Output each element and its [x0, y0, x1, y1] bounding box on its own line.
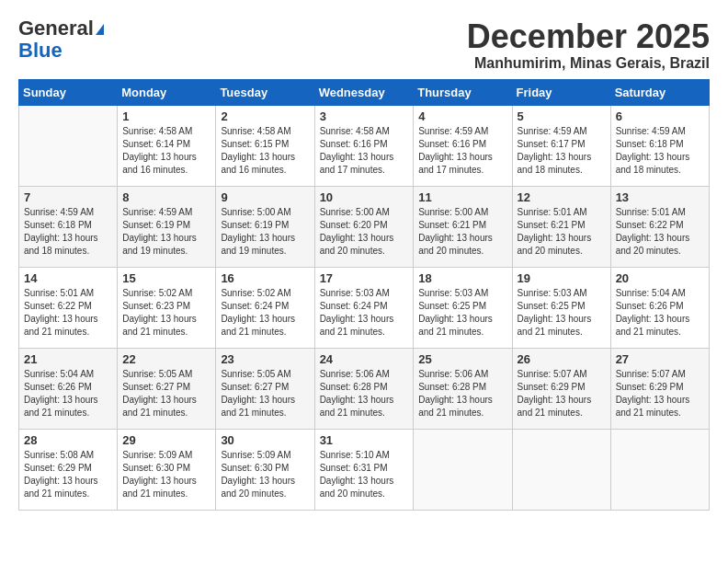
calendar-cell: 30Sunrise: 5:09 AM Sunset: 6:30 PM Dayli…	[216, 429, 314, 510]
calendar-cell: 16Sunrise: 5:02 AM Sunset: 6:24 PM Dayli…	[216, 267, 314, 348]
day-number: 8	[122, 190, 210, 204]
calendar-row-4: 28Sunrise: 5:08 AM Sunset: 6:29 PM Dayli…	[19, 429, 710, 510]
calendar-cell: 27Sunrise: 5:07 AM Sunset: 6:29 PM Dayli…	[610, 348, 709, 429]
calendar-cell: 13Sunrise: 5:01 AM Sunset: 6:22 PM Dayli…	[610, 186, 709, 267]
logo: General Blue	[18, 18, 104, 63]
day-number: 3	[320, 109, 409, 123]
calendar-cell: 5Sunrise: 4:59 AM Sunset: 6:17 PM Daylig…	[512, 105, 610, 186]
header-cell-friday: Friday	[512, 79, 610, 105]
day-number: 10	[320, 190, 409, 204]
calendar-cell: 24Sunrise: 5:06 AM Sunset: 6:28 PM Dayli…	[314, 348, 414, 429]
calendar-body: 1Sunrise: 4:58 AM Sunset: 6:14 PM Daylig…	[19, 105, 710, 510]
day-info: Sunrise: 4:59 AM Sunset: 6:18 PM Dayligh…	[24, 206, 112, 258]
day-number: 2	[221, 109, 309, 123]
day-number: 9	[221, 190, 309, 204]
day-number: 22	[122, 352, 210, 366]
day-number: 18	[418, 271, 506, 285]
header-cell-wednesday: Wednesday	[314, 79, 414, 105]
header-row: SundayMondayTuesdayWednesdayThursdayFrid…	[19, 79, 710, 105]
calendar-cell: 31Sunrise: 5:10 AM Sunset: 6:31 PM Dayli…	[314, 429, 414, 510]
day-info: Sunrise: 5:09 AM Sunset: 6:30 PM Dayligh…	[221, 449, 309, 500]
calendar-cell: 19Sunrise: 5:03 AM Sunset: 6:25 PM Dayli…	[512, 267, 610, 348]
calendar-cell	[512, 429, 610, 510]
header-cell-thursday: Thursday	[414, 79, 512, 105]
day-info: Sunrise: 5:01 AM Sunset: 6:21 PM Dayligh…	[518, 206, 606, 258]
day-info: Sunrise: 5:03 AM Sunset: 6:24 PM Dayligh…	[320, 287, 409, 339]
day-info: Sunrise: 4:59 AM Sunset: 6:19 PM Dayligh…	[122, 206, 210, 258]
location-title: Manhumirim, Minas Gerais, Brazil	[467, 55, 710, 72]
day-info: Sunrise: 4:58 AM Sunset: 6:15 PM Dayligh…	[221, 125, 309, 177]
calendar-cell	[414, 429, 512, 510]
day-info: Sunrise: 5:10 AM Sunset: 6:31 PM Dayligh…	[320, 449, 409, 500]
day-number: 1	[122, 109, 210, 123]
day-info: Sunrise: 5:00 AM Sunset: 6:19 PM Dayligh…	[221, 206, 309, 258]
calendar-cell: 7Sunrise: 4:59 AM Sunset: 6:18 PM Daylig…	[19, 186, 118, 267]
day-info: Sunrise: 5:01 AM Sunset: 6:22 PM Dayligh…	[24, 287, 112, 339]
header-cell-monday: Monday	[118, 79, 216, 105]
day-info: Sunrise: 5:06 AM Sunset: 6:28 PM Dayligh…	[418, 368, 506, 419]
calendar-cell: 29Sunrise: 5:09 AM Sunset: 6:30 PM Dayli…	[118, 429, 216, 510]
day-info: Sunrise: 5:03 AM Sunset: 6:25 PM Dayligh…	[518, 287, 606, 339]
day-number: 29	[122, 433, 210, 447]
calendar-cell: 8Sunrise: 4:59 AM Sunset: 6:19 PM Daylig…	[118, 186, 216, 267]
day-info: Sunrise: 5:01 AM Sunset: 6:22 PM Dayligh…	[616, 206, 704, 258]
calendar-row-1: 7Sunrise: 4:59 AM Sunset: 6:18 PM Daylig…	[19, 186, 710, 267]
day-number: 11	[418, 190, 506, 204]
header-cell-tuesday: Tuesday	[216, 79, 314, 105]
calendar-cell: 9Sunrise: 5:00 AM Sunset: 6:19 PM Daylig…	[216, 186, 314, 267]
day-number: 14	[24, 271, 112, 285]
calendar-cell: 26Sunrise: 5:07 AM Sunset: 6:29 PM Dayli…	[512, 348, 610, 429]
day-info: Sunrise: 5:04 AM Sunset: 6:26 PM Dayligh…	[616, 287, 704, 339]
calendar-table: SundayMondayTuesdayWednesdayThursdayFrid…	[18, 79, 710, 511]
day-number: 13	[616, 190, 704, 204]
calendar-cell: 10Sunrise: 5:00 AM Sunset: 6:20 PM Dayli…	[314, 186, 414, 267]
page-header: General Blue December 2025 Manhumirim, M…	[18, 18, 710, 72]
day-number: 23	[221, 352, 309, 366]
day-info: Sunrise: 5:06 AM Sunset: 6:28 PM Dayligh…	[320, 368, 409, 419]
calendar-header: SundayMondayTuesdayWednesdayThursdayFrid…	[19, 79, 710, 105]
day-info: Sunrise: 5:05 AM Sunset: 6:27 PM Dayligh…	[221, 368, 309, 419]
calendar-cell: 6Sunrise: 4:59 AM Sunset: 6:18 PM Daylig…	[610, 105, 709, 186]
calendar-row-2: 14Sunrise: 5:01 AM Sunset: 6:22 PM Dayli…	[19, 267, 710, 348]
calendar-cell: 25Sunrise: 5:06 AM Sunset: 6:28 PM Dayli…	[414, 348, 512, 429]
day-number: 6	[616, 109, 704, 123]
day-info: Sunrise: 5:00 AM Sunset: 6:20 PM Dayligh…	[320, 206, 409, 258]
header-cell-saturday: Saturday	[610, 79, 709, 105]
calendar-cell: 12Sunrise: 5:01 AM Sunset: 6:21 PM Dayli…	[512, 186, 610, 267]
calendar-cell	[19, 105, 118, 186]
day-info: Sunrise: 5:05 AM Sunset: 6:27 PM Dayligh…	[122, 368, 210, 419]
day-number: 4	[418, 109, 506, 123]
day-info: Sunrise: 5:04 AM Sunset: 6:26 PM Dayligh…	[24, 368, 112, 419]
day-number: 12	[518, 190, 606, 204]
calendar-cell	[610, 429, 709, 510]
day-number: 25	[418, 352, 506, 366]
day-info: Sunrise: 5:09 AM Sunset: 6:30 PM Dayligh…	[122, 449, 210, 500]
day-number: 24	[320, 352, 409, 366]
day-info: Sunrise: 5:00 AM Sunset: 6:21 PM Dayligh…	[418, 206, 506, 258]
calendar-cell: 15Sunrise: 5:02 AM Sunset: 6:23 PM Dayli…	[118, 267, 216, 348]
day-info: Sunrise: 4:58 AM Sunset: 6:14 PM Dayligh…	[122, 125, 210, 177]
calendar-cell: 20Sunrise: 5:04 AM Sunset: 6:26 PM Dayli…	[610, 267, 709, 348]
day-number: 17	[320, 271, 409, 285]
day-number: 16	[221, 271, 309, 285]
calendar-cell: 2Sunrise: 4:58 AM Sunset: 6:15 PM Daylig…	[216, 105, 314, 186]
calendar-cell: 1Sunrise: 4:58 AM Sunset: 6:14 PM Daylig…	[118, 105, 216, 186]
day-info: Sunrise: 5:03 AM Sunset: 6:25 PM Dayligh…	[418, 287, 506, 339]
day-info: Sunrise: 5:07 AM Sunset: 6:29 PM Dayligh…	[616, 368, 704, 419]
calendar-cell: 4Sunrise: 4:59 AM Sunset: 6:16 PM Daylig…	[414, 105, 512, 186]
calendar-cell: 23Sunrise: 5:05 AM Sunset: 6:27 PM Dayli…	[216, 348, 314, 429]
calendar-cell: 11Sunrise: 5:00 AM Sunset: 6:21 PM Dayli…	[414, 186, 512, 267]
day-info: Sunrise: 5:08 AM Sunset: 6:29 PM Dayligh…	[24, 449, 112, 500]
day-number: 27	[616, 352, 704, 366]
title-block: December 2025 Manhumirim, Minas Gerais, …	[467, 18, 710, 72]
day-info: Sunrise: 4:59 AM Sunset: 6:16 PM Dayligh…	[418, 125, 506, 177]
logo-text: General	[18, 18, 104, 39]
day-info: Sunrise: 5:07 AM Sunset: 6:29 PM Dayligh…	[518, 368, 606, 419]
day-number: 21	[24, 352, 112, 366]
calendar-cell: 17Sunrise: 5:03 AM Sunset: 6:24 PM Dayli…	[314, 267, 414, 348]
day-number: 28	[24, 433, 112, 447]
calendar-row-3: 21Sunrise: 5:04 AM Sunset: 6:26 PM Dayli…	[19, 348, 710, 429]
calendar-cell: 28Sunrise: 5:08 AM Sunset: 6:29 PM Dayli…	[19, 429, 118, 510]
day-number: 5	[518, 109, 606, 123]
calendar-cell: 3Sunrise: 4:58 AM Sunset: 6:16 PM Daylig…	[314, 105, 414, 186]
